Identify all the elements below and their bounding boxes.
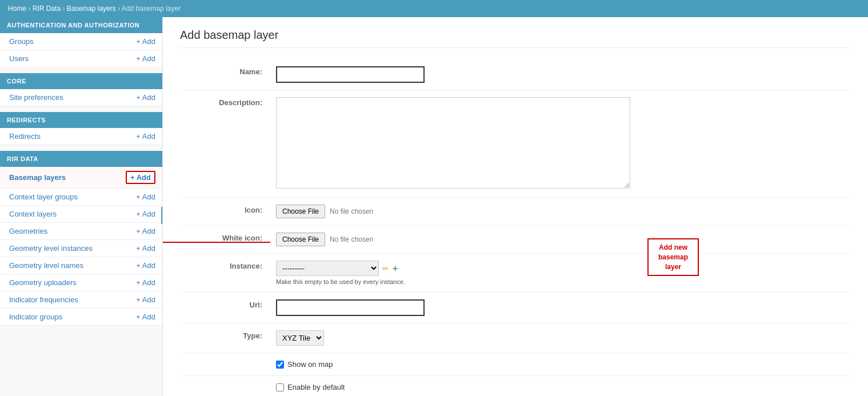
icon-row: Icon: Choose File No file chosen [180,198,851,226]
sidebar-section-rir-data: RIR DATA [0,151,162,167]
instance-hint: Make this empty to be used by every inst… [276,278,846,285]
sidebar-item-geometry-level-instances: Geometry level instances Add [0,240,162,257]
sidebar-link-geometry-level-names[interactable]: Geometry level names [9,261,83,270]
description-row: Description: [180,90,851,198]
sidebar-link-users[interactable]: Users [9,54,29,63]
icon-choose-file-button[interactable]: Choose File [276,205,325,218]
name-row: Name: [180,59,851,90]
sidebar-add-geometry-uploaders[interactable]: Add [136,278,155,287]
sidebar-section-auth: AUTHENTICATION AND AUTHORIZATION [0,17,162,33]
enable-by-default-text: Enable by default [287,383,345,391]
sidebar-link-geometry-level-instances[interactable]: Geometry level instances [9,244,93,253]
main-content: Add basemap layer Name: Description: Ico… [163,17,868,396]
enable-by-default-checkbox[interactable] [276,383,284,391]
sidebar-section-core: CORE [0,73,162,89]
page-title: Add basemap layer [180,29,851,48]
instance-label: Instance: [180,254,271,293]
sidebar-link-context-layer-groups[interactable]: Context layer groups [9,193,78,201]
sidebar-section-redirects: REDIRECTS [0,112,162,128]
breadcrumb-basemap-layers[interactable]: Basemap layers [67,5,116,13]
enable-by-default-row: Enable by default [180,376,851,397]
sidebar-add-geometries[interactable]: Add [136,227,155,235]
sidebar-link-site-preferences[interactable]: Site preferences [9,93,63,102]
description-textarea[interactable] [276,97,630,189]
description-label: Description: [180,90,271,198]
breadcrumb-home[interactable]: Home [8,5,26,13]
icon-label: Icon: [180,198,271,226]
sidebar-item-indicator-frequencies: Indicator frequencies Add [0,291,162,309]
sidebar-add-redirects[interactable]: Add [136,132,155,141]
sidebar-add-indicator-groups[interactable]: Add [136,313,155,321]
topbar: Home › RIR Data › Basemap layers › Add b… [0,0,868,17]
sidebar-link-indicator-groups[interactable]: Indicator groups [9,313,62,321]
sidebar-add-indicator-frequencies[interactable]: Add [136,295,155,304]
callout-add-basemap: Add new basemap layer [647,238,699,276]
icon-no-file-text: No file chosen [330,207,373,215]
sidebar-add-context-layers[interactable]: Add [136,210,155,218]
sidebar-link-groups[interactable]: Groups [9,37,34,46]
show-on-map-row: Show on map [180,353,851,376]
sidebar-item-geometries: Geometries Add [0,223,162,240]
enable-by-default-label: Enable by default [276,383,846,391]
instance-edit-icon[interactable]: ✏ [382,264,389,273]
white-icon-label: White icon: [180,226,271,254]
form-table: Name: Description: Icon: Choose File No … [180,59,851,396]
sidebar-link-indicator-frequencies[interactable]: Indicator frequencies [9,295,78,304]
breadcrumb-rir-data[interactable]: RIR Data [33,5,61,13]
sidebar-item-context-layers: Context layers Add [0,206,162,223]
type-label: Type: [180,323,271,353]
sidebar-add-site-preferences[interactable]: Add [136,93,155,102]
sidebar-item-geometry-uploaders: Geometry uploaders Add [0,274,162,291]
url-input[interactable] [276,299,425,316]
sidebar-item-geometry-level-names: Geometry level names Add [0,257,162,274]
instance-add-icon[interactable]: + [393,263,398,274]
sidebar-item-groups: Groups Add [0,33,162,50]
sidebar-add-basemap-layers[interactable]: + Add [130,173,151,182]
sidebar-link-geometry-uploaders[interactable]: Geometry uploaders [9,278,77,287]
instance-select[interactable]: --------- [276,261,379,276]
sidebar-add-context-layer-groups[interactable]: Add [136,193,155,201]
sidebar-item-indicator-groups: Indicator groups Add [0,309,162,326]
instance-row: Instance: --------- ✏ + Make this empty … [180,254,851,293]
sidebar-item-site-preferences: Site preferences Add [0,89,162,106]
sidebar-item-context-layer-groups: Context layer groups Add [0,189,162,206]
type-row: Type: XYZ Tile [180,323,851,353]
sidebar-add-geometry-level-names[interactable]: Add [136,261,155,270]
collapse-button[interactable]: « [161,207,163,224]
white-icon-file-wrapper: Choose File No file chosen [276,233,846,246]
show-on-map-label: Show on map [276,360,846,369]
white-icon-row: White icon: Choose File No file chosen A… [180,226,851,254]
icon-file-wrapper: Choose File No file chosen [276,205,846,218]
callout-arrow-line [163,242,270,243]
sidebar-item-users: Users Add [0,50,162,67]
sidebar-link-context-layers[interactable]: Context layers [9,210,57,218]
show-on-map-checkbox[interactable] [276,361,284,369]
breadcrumb: Home › RIR Data › Basemap layers › Add b… [8,5,181,13]
white-icon-choose-file-button[interactable]: Choose File [276,233,325,246]
sidebar-link-redirects[interactable]: Redirects [9,132,41,141]
url-label: Url: [180,293,271,323]
sidebar-item-redirects: Redirects Add [0,128,162,145]
instance-controls: --------- ✏ + [276,261,846,276]
sidebar-add-users[interactable]: Add [136,54,155,63]
sidebar-add-geometry-level-instances[interactable]: Add [136,244,155,253]
sidebar-item-basemap-layers: Basemap layers + Add [0,167,162,189]
sidebar-link-geometries[interactable]: Geometries [9,227,47,235]
name-label: Name: [180,59,271,90]
sidebar: AUTHENTICATION AND AUTHORIZATION Groups … [0,17,163,396]
type-select[interactable]: XYZ Tile [276,330,324,346]
name-input[interactable] [276,66,425,83]
sidebar-link-basemap-layers[interactable]: Basemap layers [9,173,66,182]
show-on-map-text: Show on map [287,360,333,369]
white-icon-no-file-text: No file chosen [330,235,373,243]
sidebar-add-groups[interactable]: Add [136,37,155,46]
url-row: Url: [180,293,851,323]
breadcrumb-current: Add basemap layer [122,5,181,13]
